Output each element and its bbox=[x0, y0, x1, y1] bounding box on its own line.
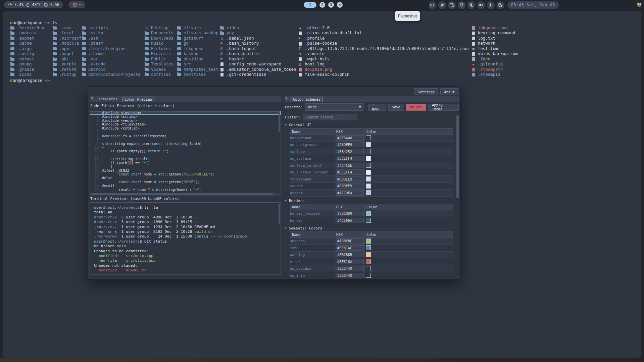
section-title: Borders bbox=[289, 199, 304, 203]
collapse-triangle-icon[interactable]: ▼ bbox=[285, 199, 287, 202]
hex-input[interactable]: #A3BE8C bbox=[336, 238, 364, 244]
hex-input[interactable]: #BF616A bbox=[336, 259, 364, 264]
hex-input[interactable]: #ECEFF4 bbox=[336, 156, 364, 161]
color-row: on_success#2E3440 bbox=[290, 265, 453, 272]
color-swatch[interactable] bbox=[366, 176, 371, 182]
hex-input[interactable]: #434C5E bbox=[336, 163, 364, 168]
owl-tray-icon[interactable] bbox=[636, 1, 643, 9]
screenshot-lock-icon[interactable] bbox=[448, 1, 456, 9]
file-entry: .local bbox=[52, 31, 84, 36]
section-header[interactable]: ▼Borders bbox=[285, 199, 455, 203]
terminal-app-pill[interactable]: ~ bbox=[68, 1, 85, 8]
folder-file-icon bbox=[10, 42, 14, 45]
code-horizontal-scrollbar[interactable] bbox=[90, 193, 280, 195]
color-swatch[interactable] bbox=[366, 239, 371, 244]
file-name: .aspnet bbox=[17, 36, 34, 41]
settings-button[interactable]: Settings bbox=[414, 88, 439, 95]
about-button[interactable]: About bbox=[440, 88, 458, 95]
file-name: .microsoft bbox=[59, 36, 84, 41]
hex-input[interactable]: #4C566A bbox=[336, 218, 364, 223]
shell-prompt: dan@darkgoose ~> ls bbox=[10, 20, 57, 25]
file-name: .steam bbox=[88, 41, 103, 46]
color-swatch[interactable] bbox=[366, 245, 371, 250]
clock[interactable]: 03:43 Sat, Jan 03 bbox=[507, 1, 559, 9]
hex-input[interactable]: #2E3440 bbox=[336, 273, 364, 278]
hex-input[interactable]: #2E3440 bbox=[336, 266, 364, 271]
hex-input[interactable]: #ECEFF4 bbox=[336, 169, 364, 175]
column-header: HEX bbox=[334, 231, 364, 238]
workspace-1[interactable]: 1 bbox=[304, 2, 316, 8]
file-entry: efivars bbox=[177, 25, 218, 31]
flameshot-feather-icon[interactable] bbox=[438, 1, 446, 9]
color-swatch[interactable] bbox=[366, 156, 371, 161]
color-swatch[interactable] bbox=[366, 142, 371, 147]
file-name: .purple bbox=[59, 62, 77, 67]
hex-input[interactable]: #3B4252 bbox=[336, 149, 364, 154]
color-swatch[interactable] bbox=[366, 163, 371, 168]
color-swatch[interactable] bbox=[366, 252, 371, 257]
vim-file-icon: V bbox=[298, 51, 302, 56]
color-swatch[interactable] bbox=[366, 190, 371, 195]
image-file-icon bbox=[471, 26, 476, 30]
workspace-3[interactable]: 3 bbox=[328, 2, 334, 8]
hex-input[interactable]: #D8DEE9 bbox=[336, 183, 364, 189]
column-header: Name bbox=[290, 231, 334, 238]
section-header[interactable]: ▼Semantic Colors bbox=[285, 226, 455, 230]
night-light-icon[interactable] bbox=[497, 1, 504, 9]
terminal-vertical-scrollbar[interactable] bbox=[278, 203, 280, 274]
color-row: border#4C566A bbox=[290, 217, 453, 224]
collapse-triangle-icon[interactable]: ▼ bbox=[285, 227, 287, 230]
color-row: warning#EBCB8B bbox=[290, 251, 453, 258]
collapse-triangle-icon[interactable]: ▼ bbox=[285, 123, 287, 126]
hex-input[interactable]: #D8DEE9 bbox=[336, 142, 364, 147]
brightness-sun-icon[interactable] bbox=[487, 1, 495, 9]
hex-input[interactable]: #EBCB8B bbox=[336, 252, 364, 257]
git-file-icon: ◆ bbox=[471, 62, 476, 67]
section-header[interactable]: ▼General UI bbox=[285, 123, 455, 127]
color-swatch[interactable] bbox=[366, 266, 371, 271]
file-name: src bbox=[184, 62, 191, 67]
file-entry: obsidian bbox=[177, 57, 218, 62]
new-button[interactable]: + New bbox=[368, 104, 386, 111]
palette-select[interactable]: nord ▼ bbox=[305, 103, 364, 111]
color-swatch[interactable] bbox=[366, 211, 371, 216]
color-swatch[interactable] bbox=[366, 184, 371, 189]
code-vertical-scrollbar[interactable] bbox=[278, 110, 280, 193]
system-stats-pill[interactable]: 7.4% 48°C 4.6G bbox=[4, 1, 63, 8]
color-name: cursor bbox=[290, 183, 334, 190]
delete-button[interactable]: Delete bbox=[406, 104, 426, 111]
hex-input[interactable]: #A1CDFA bbox=[336, 190, 364, 196]
collapse-panel-icon[interactable]: ▼ bbox=[286, 97, 287, 101]
folder-file-icon bbox=[177, 58, 181, 61]
tab-color-schemes[interactable]: Color Schemes bbox=[291, 97, 323, 102]
color-swatch[interactable] bbox=[366, 149, 371, 154]
color-row: border_focused#88C0D0 bbox=[290, 210, 453, 217]
tab-templates[interactable]: Templates bbox=[96, 97, 119, 102]
color-swatch[interactable] bbox=[366, 170, 371, 175]
file-name: templates_test bbox=[184, 67, 218, 72]
save-button[interactable]: Save bbox=[388, 104, 404, 111]
workspace-2[interactable]: 2 bbox=[319, 2, 325, 8]
panel-scrollbar[interactable] bbox=[456, 114, 459, 277]
file-file-icon bbox=[471, 52, 476, 56]
tab-color-preview[interactable]: Color Preview bbox=[122, 97, 154, 102]
color-row: cursor#D8DEE9 bbox=[290, 183, 453, 190]
color-swatch[interactable] bbox=[366, 218, 371, 223]
file-entry: dolphin.png bbox=[298, 67, 469, 72]
collapse-panel-icon[interactable]: ▼ bbox=[91, 97, 93, 101]
filter-input[interactable] bbox=[303, 114, 357, 120]
hex-input[interactable]: #5E81AC bbox=[336, 245, 364, 251]
hex-input[interactable]: #88C0D0 bbox=[336, 211, 364, 216]
color-swatch[interactable] bbox=[366, 135, 371, 140]
hex-input[interactable]: #2E3440 bbox=[336, 135, 364, 141]
apply-theme-button[interactable]: Apply Theme bbox=[428, 104, 459, 111]
folder-file-icon bbox=[82, 63, 86, 66]
notifications-bell-icon[interactable] bbox=[458, 1, 465, 9]
workspace-4[interactable]: 4 bbox=[337, 2, 343, 8]
bluetooth-off-icon[interactable] bbox=[467, 1, 475, 9]
hex-input[interactable]: #D8DEE9 bbox=[336, 176, 364, 182]
volume-icon[interactable] bbox=[477, 1, 485, 9]
color-swatch[interactable] bbox=[366, 259, 371, 264]
screen-record-icon[interactable] bbox=[429, 1, 436, 9]
color-swatch[interactable] bbox=[366, 273, 371, 278]
